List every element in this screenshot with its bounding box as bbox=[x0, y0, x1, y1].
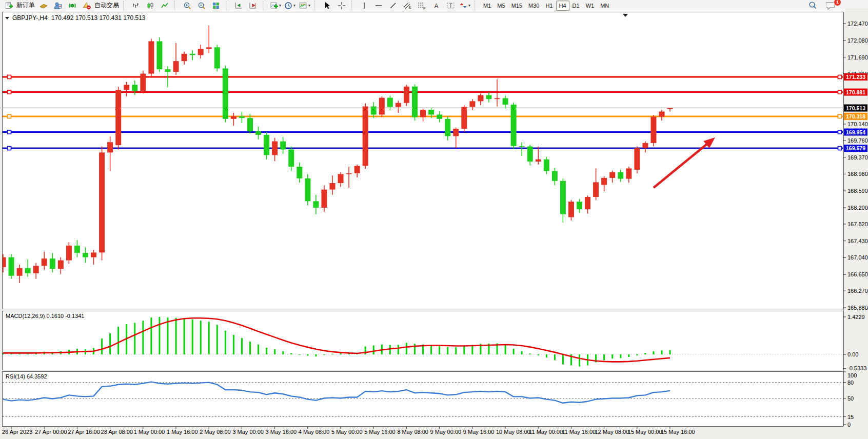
crosshair-button[interactable] bbox=[334, 0, 349, 11]
chevron-down-icon: ▾ bbox=[468, 3, 470, 8]
zoom-in-button[interactable] bbox=[180, 0, 194, 11]
terminal-button[interactable] bbox=[51, 0, 65, 11]
templates-button[interactable]: ▾ bbox=[297, 0, 312, 11]
candle-body bbox=[140, 74, 146, 91]
toolbar-right-group: 1 bbox=[805, 0, 868, 11]
new-order-button[interactable] bbox=[2, 0, 16, 11]
candle-body bbox=[83, 253, 88, 257]
tile-windows-button[interactable] bbox=[209, 0, 223, 11]
macd-histogram-bar bbox=[274, 349, 275, 354]
macd-histogram-bar bbox=[463, 346, 465, 354]
candle-body bbox=[182, 54, 187, 61]
line-handle[interactable] bbox=[8, 75, 11, 79]
macd-histogram-bar bbox=[669, 350, 671, 354]
line-handle[interactable] bbox=[838, 90, 842, 94]
time-tick-label: 28 Apr 08:00 bbox=[101, 429, 133, 435]
svg-text:E: E bbox=[409, 6, 411, 9]
candle-body bbox=[124, 85, 129, 90]
candle-body bbox=[536, 159, 541, 162]
chat-button[interactable]: 1 bbox=[824, 0, 838, 11]
candle-body bbox=[330, 183, 336, 190]
candle-body bbox=[420, 110, 426, 117]
time-tick-label: 26 Apr 2023 bbox=[2, 429, 32, 435]
price-tick-label: 172.080 bbox=[847, 37, 868, 44]
price-tick-label: 170.140 bbox=[847, 121, 868, 127]
toolbar-separator bbox=[351, 1, 355, 10]
candle-body bbox=[9, 257, 14, 276]
indicators-button[interactable]: ▾ bbox=[268, 0, 283, 11]
cursor-button[interactable] bbox=[320, 0, 334, 11]
macd-histogram-bar bbox=[142, 321, 144, 354]
chart-title-symbol: GBPJPY-,H4 bbox=[12, 14, 48, 22]
chevron-down-icon: ▾ bbox=[308, 3, 310, 8]
timeframe-button-h1[interactable]: H1 bbox=[542, 1, 556, 11]
chart-shift-button[interactable] bbox=[246, 0, 260, 11]
timeframe-button-m30[interactable]: M30 bbox=[525, 1, 542, 11]
arrows-button[interactable]: ▾ bbox=[458, 0, 472, 11]
channel-button[interactable]: E bbox=[400, 0, 415, 11]
candle-body bbox=[363, 106, 368, 166]
search-button[interactable] bbox=[805, 0, 820, 11]
trendline-button[interactable] bbox=[386, 0, 400, 11]
candlestick-button[interactable] bbox=[143, 0, 157, 11]
auto-scroll-button[interactable] bbox=[231, 0, 246, 11]
rsi-tick-label: 15 bbox=[847, 414, 854, 420]
line-handle[interactable] bbox=[8, 114, 11, 118]
chevron-down-icon: ▾ bbox=[279, 3, 281, 8]
strategy-tester-icon bbox=[68, 2, 77, 10]
price-badge-value: 170.513 bbox=[846, 105, 865, 111]
time-tick-label: 5 May 00:00 bbox=[331, 429, 363, 435]
candle-body bbox=[148, 41, 154, 73]
price-tick-label: 166.650 bbox=[847, 271, 868, 277]
candle-body bbox=[132, 85, 137, 91]
strategy-tester-button[interactable] bbox=[65, 0, 80, 11]
price-tick-label: 168.980 bbox=[847, 171, 868, 177]
timeframe-button-m5[interactable]: M5 bbox=[494, 1, 508, 11]
timeframe-button-m1[interactable]: M1 bbox=[480, 1, 494, 11]
line-chart-button[interactable] bbox=[157, 0, 172, 11]
macd-histogram-bar bbox=[225, 331, 226, 354]
candle-body bbox=[313, 201, 319, 208]
label-button[interactable]: T bbox=[443, 0, 458, 11]
new-order-label[interactable]: 新订单 bbox=[16, 1, 35, 10]
macd-histogram-bar bbox=[200, 321, 202, 354]
autotrade-label[interactable]: 自动交易 bbox=[94, 1, 119, 10]
line-handle[interactable] bbox=[838, 147, 842, 150]
autotrading-button[interactable] bbox=[80, 0, 94, 11]
timeframe-button-h4[interactable]: H4 bbox=[556, 1, 569, 11]
text-button[interactable]: A bbox=[429, 0, 443, 11]
rsi-panel[interactable] bbox=[3, 372, 843, 427]
line-handle[interactable] bbox=[8, 90, 11, 94]
main-chart-panel[interactable] bbox=[3, 12, 843, 309]
svg-text:F: F bbox=[423, 6, 425, 10]
line-handle[interactable] bbox=[8, 130, 11, 134]
vertical-line-button[interactable] bbox=[357, 0, 371, 11]
chart-canvas[interactable]: 172.470172.080171.690171.310170.140169.7… bbox=[0, 0, 868, 439]
periods-button[interactable]: ▾ bbox=[283, 0, 297, 11]
timeframe-button-d1[interactable]: D1 bbox=[569, 1, 583, 11]
timeframe-button-m15[interactable]: M15 bbox=[508, 1, 525, 11]
timeframe-group: M1M5M15M30H1H4D1W1MN bbox=[480, 1, 612, 11]
metaeditor-icon bbox=[39, 2, 48, 10]
macd-histogram-bar bbox=[628, 354, 629, 357]
horizontal-line-button[interactable] bbox=[371, 0, 386, 11]
line-handle[interactable] bbox=[838, 114, 842, 118]
timeframe-button-mn[interactable]: MN bbox=[597, 1, 612, 11]
price-tick-label: 167.040 bbox=[847, 254, 868, 261]
metaeditor-button[interactable] bbox=[36, 0, 51, 11]
line-handle[interactable] bbox=[8, 147, 11, 150]
macd-panel[interactable] bbox=[3, 311, 843, 370]
zoom-out-icon bbox=[198, 2, 206, 10]
bar-chart-button[interactable] bbox=[129, 0, 143, 11]
timeframe-button-w1[interactable]: W1 bbox=[583, 1, 598, 11]
fibonacci-button[interactable]: F bbox=[415, 0, 429, 11]
zoom-out-button[interactable] bbox=[194, 0, 209, 11]
price-tick-label: 166.270 bbox=[847, 288, 868, 294]
line-handle[interactable] bbox=[838, 130, 842, 134]
macd-histogram-bar bbox=[241, 338, 243, 354]
line-handle[interactable] bbox=[838, 75, 842, 79]
macd-histogram-bar bbox=[439, 346, 440, 354]
macd-tick-label: -0.5333 bbox=[847, 365, 866, 371]
candle-body bbox=[568, 202, 574, 217]
macd-histogram-bar bbox=[389, 345, 391, 354]
